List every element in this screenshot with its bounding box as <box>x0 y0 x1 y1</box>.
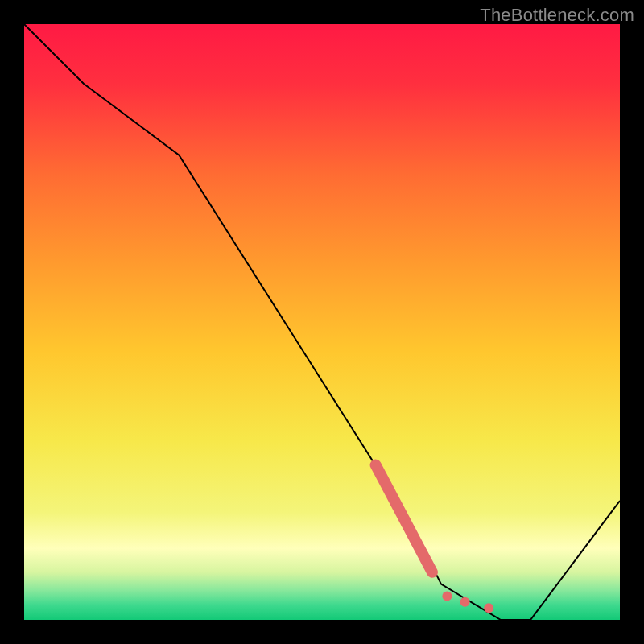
chart-container: TheBottleneck.com <box>0 0 644 644</box>
highlight-dot <box>442 591 452 601</box>
gradient-background <box>24 24 620 620</box>
watermark-text: TheBottleneck.com <box>480 5 634 26</box>
chart-plot <box>24 24 620 620</box>
highlight-dot <box>460 597 470 607</box>
highlight-dot <box>484 603 493 613</box>
